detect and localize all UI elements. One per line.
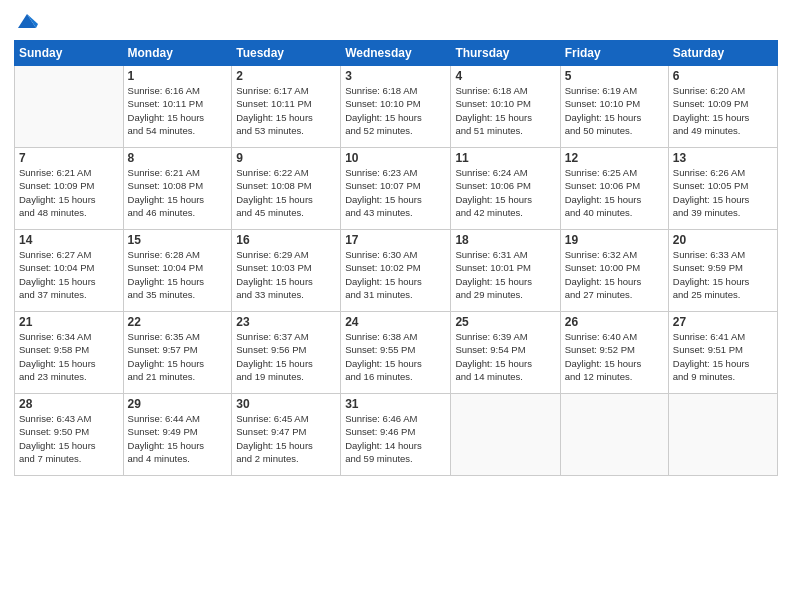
day-header-wednesday: Wednesday (341, 41, 451, 66)
calendar-cell: 1Sunrise: 6:16 AM Sunset: 10:11 PM Dayli… (123, 66, 232, 148)
day-info: Sunrise: 6:23 AM Sunset: 10:07 PM Daylig… (345, 166, 446, 219)
day-header-tuesday: Tuesday (232, 41, 341, 66)
day-info: Sunrise: 6:16 AM Sunset: 10:11 PM Daylig… (128, 84, 228, 137)
day-number: 11 (455, 151, 555, 165)
calendar-cell: 17Sunrise: 6:30 AM Sunset: 10:02 PM Dayl… (341, 230, 451, 312)
calendar-cell: 20Sunrise: 6:33 AM Sunset: 9:59 PM Dayli… (668, 230, 777, 312)
day-info: Sunrise: 6:28 AM Sunset: 10:04 PM Daylig… (128, 248, 228, 301)
day-number: 5 (565, 69, 664, 83)
calendar-header-row: SundayMondayTuesdayWednesdayThursdayFrid… (15, 41, 778, 66)
day-info: Sunrise: 6:29 AM Sunset: 10:03 PM Daylig… (236, 248, 336, 301)
calendar-cell: 4Sunrise: 6:18 AM Sunset: 10:10 PM Dayli… (451, 66, 560, 148)
calendar-cell: 16Sunrise: 6:29 AM Sunset: 10:03 PM Dayl… (232, 230, 341, 312)
day-number: 1 (128, 69, 228, 83)
day-number: 4 (455, 69, 555, 83)
calendar-cell: 28Sunrise: 6:43 AM Sunset: 9:50 PM Dayli… (15, 394, 124, 476)
calendar-cell: 5Sunrise: 6:19 AM Sunset: 10:10 PM Dayli… (560, 66, 668, 148)
day-info: Sunrise: 6:17 AM Sunset: 10:11 PM Daylig… (236, 84, 336, 137)
day-info: Sunrise: 6:44 AM Sunset: 9:49 PM Dayligh… (128, 412, 228, 465)
week-row-3: 14Sunrise: 6:27 AM Sunset: 10:04 PM Dayl… (15, 230, 778, 312)
day-number: 28 (19, 397, 119, 411)
calendar-cell: 23Sunrise: 6:37 AM Sunset: 9:56 PM Dayli… (232, 312, 341, 394)
calendar-cell: 15Sunrise: 6:28 AM Sunset: 10:04 PM Dayl… (123, 230, 232, 312)
day-number: 13 (673, 151, 773, 165)
day-info: Sunrise: 6:20 AM Sunset: 10:09 PM Daylig… (673, 84, 773, 137)
day-number: 2 (236, 69, 336, 83)
day-header-friday: Friday (560, 41, 668, 66)
day-number: 16 (236, 233, 336, 247)
day-number: 10 (345, 151, 446, 165)
day-number: 26 (565, 315, 664, 329)
day-number: 31 (345, 397, 446, 411)
day-info: Sunrise: 6:46 AM Sunset: 9:46 PM Dayligh… (345, 412, 446, 465)
day-number: 18 (455, 233, 555, 247)
day-number: 17 (345, 233, 446, 247)
calendar-cell: 7Sunrise: 6:21 AM Sunset: 10:09 PM Dayli… (15, 148, 124, 230)
calendar-cell: 24Sunrise: 6:38 AM Sunset: 9:55 PM Dayli… (341, 312, 451, 394)
day-number: 29 (128, 397, 228, 411)
day-number: 20 (673, 233, 773, 247)
day-info: Sunrise: 6:21 AM Sunset: 10:08 PM Daylig… (128, 166, 228, 219)
calendar-cell: 6Sunrise: 6:20 AM Sunset: 10:09 PM Dayli… (668, 66, 777, 148)
day-info: Sunrise: 6:31 AM Sunset: 10:01 PM Daylig… (455, 248, 555, 301)
logo (14, 10, 38, 32)
day-info: Sunrise: 6:39 AM Sunset: 9:54 PM Dayligh… (455, 330, 555, 383)
day-header-thursday: Thursday (451, 41, 560, 66)
logo-icon (16, 10, 38, 32)
calendar-cell: 2Sunrise: 6:17 AM Sunset: 10:11 PM Dayli… (232, 66, 341, 148)
calendar-cell: 9Sunrise: 6:22 AM Sunset: 10:08 PM Dayli… (232, 148, 341, 230)
day-number: 9 (236, 151, 336, 165)
day-info: Sunrise: 6:38 AM Sunset: 9:55 PM Dayligh… (345, 330, 446, 383)
day-info: Sunrise: 6:35 AM Sunset: 9:57 PM Dayligh… (128, 330, 228, 383)
calendar-cell: 13Sunrise: 6:26 AM Sunset: 10:05 PM Dayl… (668, 148, 777, 230)
header (14, 10, 778, 32)
page: SundayMondayTuesdayWednesdayThursdayFrid… (0, 0, 792, 612)
calendar-cell: 14Sunrise: 6:27 AM Sunset: 10:04 PM Dayl… (15, 230, 124, 312)
calendar-table: SundayMondayTuesdayWednesdayThursdayFrid… (14, 40, 778, 476)
week-row-1: 1Sunrise: 6:16 AM Sunset: 10:11 PM Dayli… (15, 66, 778, 148)
day-number: 30 (236, 397, 336, 411)
day-info: Sunrise: 6:21 AM Sunset: 10:09 PM Daylig… (19, 166, 119, 219)
day-info: Sunrise: 6:32 AM Sunset: 10:00 PM Daylig… (565, 248, 664, 301)
day-info: Sunrise: 6:27 AM Sunset: 10:04 PM Daylig… (19, 248, 119, 301)
day-number: 21 (19, 315, 119, 329)
calendar-cell (15, 66, 124, 148)
calendar-cell: 31Sunrise: 6:46 AM Sunset: 9:46 PM Dayli… (341, 394, 451, 476)
day-info: Sunrise: 6:18 AM Sunset: 10:10 PM Daylig… (455, 84, 555, 137)
calendar-cell: 19Sunrise: 6:32 AM Sunset: 10:00 PM Dayl… (560, 230, 668, 312)
day-info: Sunrise: 6:37 AM Sunset: 9:56 PM Dayligh… (236, 330, 336, 383)
day-info: Sunrise: 6:26 AM Sunset: 10:05 PM Daylig… (673, 166, 773, 219)
calendar-cell: 12Sunrise: 6:25 AM Sunset: 10:06 PM Dayl… (560, 148, 668, 230)
calendar-cell: 10Sunrise: 6:23 AM Sunset: 10:07 PM Dayl… (341, 148, 451, 230)
calendar-cell: 3Sunrise: 6:18 AM Sunset: 10:10 PM Dayli… (341, 66, 451, 148)
day-header-saturday: Saturday (668, 41, 777, 66)
calendar-cell (451, 394, 560, 476)
day-number: 12 (565, 151, 664, 165)
day-info: Sunrise: 6:24 AM Sunset: 10:06 PM Daylig… (455, 166, 555, 219)
day-info: Sunrise: 6:34 AM Sunset: 9:58 PM Dayligh… (19, 330, 119, 383)
day-info: Sunrise: 6:45 AM Sunset: 9:47 PM Dayligh… (236, 412, 336, 465)
day-number: 7 (19, 151, 119, 165)
calendar-cell: 29Sunrise: 6:44 AM Sunset: 9:49 PM Dayli… (123, 394, 232, 476)
day-header-monday: Monday (123, 41, 232, 66)
calendar-cell: 21Sunrise: 6:34 AM Sunset: 9:58 PM Dayli… (15, 312, 124, 394)
day-number: 14 (19, 233, 119, 247)
day-number: 24 (345, 315, 446, 329)
day-number: 3 (345, 69, 446, 83)
calendar-cell: 22Sunrise: 6:35 AM Sunset: 9:57 PM Dayli… (123, 312, 232, 394)
day-number: 22 (128, 315, 228, 329)
calendar-cell: 18Sunrise: 6:31 AM Sunset: 10:01 PM Dayl… (451, 230, 560, 312)
day-number: 19 (565, 233, 664, 247)
day-number: 23 (236, 315, 336, 329)
calendar-cell: 8Sunrise: 6:21 AM Sunset: 10:08 PM Dayli… (123, 148, 232, 230)
day-info: Sunrise: 6:41 AM Sunset: 9:51 PM Dayligh… (673, 330, 773, 383)
logo-general (14, 10, 38, 32)
calendar-cell: 27Sunrise: 6:41 AM Sunset: 9:51 PM Dayli… (668, 312, 777, 394)
week-row-2: 7Sunrise: 6:21 AM Sunset: 10:09 PM Dayli… (15, 148, 778, 230)
day-number: 6 (673, 69, 773, 83)
day-header-sunday: Sunday (15, 41, 124, 66)
day-info: Sunrise: 6:18 AM Sunset: 10:10 PM Daylig… (345, 84, 446, 137)
day-info: Sunrise: 6:33 AM Sunset: 9:59 PM Dayligh… (673, 248, 773, 301)
day-number: 8 (128, 151, 228, 165)
day-info: Sunrise: 6:43 AM Sunset: 9:50 PM Dayligh… (19, 412, 119, 465)
